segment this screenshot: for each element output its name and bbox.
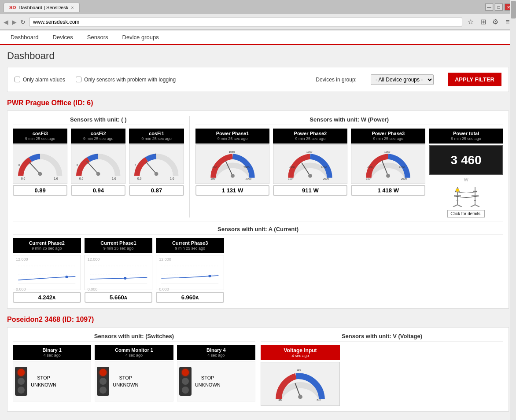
power-phase1-card: Power Phase1 9 min 25 sec ago — [195, 129, 270, 217]
power-phase2-time: 9 min 25 sec ago — [276, 136, 345, 142]
nav-sensors[interactable]: Sensors — [80, 30, 115, 44]
pwr-section: PWR Prague Office (ID: 6) Sensors with u… — [7, 99, 509, 309]
cosfi1-gauge: -0.6 1.6 1 0 — [129, 144, 184, 184]
browser-tab[interactable]: SD Dashboard | SensDesk × — [4, 3, 80, 12]
app-nav: Dashboard Devices Sensors Device groups — [0, 30, 516, 45]
binary4-green-light — [182, 387, 189, 394]
poseidon-switches: Sensors with unit: (Switches) Binary 1 4… — [13, 333, 255, 406]
only-problem-label: Only sensors with problem with logging — [84, 77, 176, 83]
svg-text:2860: 2860 — [399, 166, 405, 169]
extensions-icon[interactable]: ⊞ — [478, 17, 488, 27]
svg-text:60: 60 — [317, 398, 321, 402]
tab-close-icon[interactable]: × — [71, 5, 74, 10]
svg-line-54 — [457, 205, 462, 207]
unit2-title: Sensors with unit: W (Power) — [195, 116, 503, 125]
binary4-traffic: STOP UNKNOWN — [179, 367, 253, 396]
power-phase3-gauge-svg: 100 1060 2000 -560 2860 — [351, 145, 425, 184]
comm-monitor1-red-light — [100, 369, 107, 376]
binary4-light — [179, 367, 192, 396]
comm-monitor1-green-light — [100, 387, 107, 394]
tab-title: Dashboard | SensDesk — [18, 5, 68, 10]
current-phase3-label: Current Phase3 9 min 25 sec ago — [156, 238, 224, 253]
power-phase3-name: Power Phase3 — [354, 130, 423, 136]
scrollbar[interactable] — [510, 0, 516, 420]
unit2-cards: Power Phase1 9 min 25 sec ago — [195, 129, 503, 217]
power-tower-icon — [449, 185, 484, 207]
cosfi2-gauge: -0.6 1.6 1 0 — [71, 144, 125, 184]
bookmark-icon[interactable]: ☆ — [466, 17, 475, 27]
binary1-display: STOP UNKNOWN — [13, 361, 91, 402]
address-bar[interactable] — [29, 18, 462, 26]
svg-text:2860: 2860 — [321, 166, 328, 169]
forward-button[interactable]: ▶ — [12, 18, 17, 26]
svg-text:0: 0 — [77, 163, 78, 166]
power-total-name: Power total — [431, 130, 501, 136]
svg-text:1.6: 1.6 — [54, 177, 58, 180]
pwr-sensors-panel: Sensors with unit: ( ) cosFi3 9 min 25 s… — [7, 111, 509, 309]
switches-cards: Binary 1 4 sec ago — [13, 345, 255, 402]
power-phase1-value: 1 131 W — [195, 185, 270, 196]
nav-dashboard[interactable]: Dashboard — [4, 30, 46, 44]
cosfi1-value: 0.87 — [129, 185, 184, 196]
back-button[interactable]: ◀ — [4, 18, 8, 26]
nav-device-groups[interactable]: Device groups — [115, 30, 166, 44]
current-phase3-time: 9 min 25 sec ago — [158, 246, 221, 251]
svg-text:1: 1 — [96, 152, 98, 155]
cosfi3-time: 9 min 25 sec ago — [15, 136, 65, 142]
svg-line-53 — [453, 205, 457, 207]
voltage-input-time: 4 sec ago — [263, 354, 338, 358]
nav-devices[interactable]: Devices — [46, 30, 80, 44]
scrollbar-thumb[interactable] — [511, 1, 516, 18]
svg-text:1060: 1060 — [306, 150, 313, 153]
cosfi2-label: cosFi2 9 min 25 sec ago — [71, 129, 125, 144]
svg-text:-0.6: -0.6 — [78, 177, 84, 180]
svg-point-23 — [231, 174, 235, 178]
window-controls: — □ ✕ — [485, 4, 512, 11]
tab-favicon: SD — [9, 5, 16, 10]
settings-icon[interactable]: ⚙ — [490, 17, 500, 27]
reload-button[interactable]: ↻ — [20, 18, 26, 26]
current-phase3-name: Current Phase3 — [158, 240, 221, 246]
current-phase3-max: 12.000 — [158, 257, 222, 262]
cosfi2-gauge-svg: -0.6 1.6 1 0 — [71, 145, 125, 184]
voltage-sensor-card: Voltage input 4 sec ago — [261, 345, 340, 406]
power-phase2-value: 911 W — [273, 185, 347, 196]
only-alarm-filter[interactable]: Only alarm values — [15, 77, 65, 83]
current-phase2-min: 0.000 — [15, 287, 79, 291]
current-phase2-name: Current Phase2 — [15, 240, 78, 246]
binary4-red-light — [182, 369, 189, 376]
title-bar: SD Dashboard | SensDesk × — □ ✕ — [0, 0, 516, 14]
cosfi1-label: cosFi1 9 min 25 sec ago — [129, 129, 184, 144]
power-phase1-gauge-svg: 100 1060 2000 -560 2860 — [196, 145, 269, 184]
power-total-time: 9 min 25 sec ago — [431, 136, 501, 142]
svg-text:100: 100 — [288, 177, 293, 180]
svg-text:-560: -560 — [367, 166, 373, 169]
svg-text:2000: 2000 — [323, 177, 329, 180]
current-phase1-time: 9 min 25 sec ago — [87, 246, 150, 251]
minimize-button[interactable]: — — [485, 4, 493, 11]
svg-text:1060: 1060 — [229, 150, 235, 153]
binary1-light — [15, 367, 27, 396]
power-phase2-gauge: 100 1060 2000 -560 2860 — [273, 144, 347, 184]
poseidon-section-title: Poseidon2 3468 (ID: 1097) — [7, 316, 509, 324]
maximize-button[interactable]: □ — [495, 4, 503, 11]
current-phase2-chart-svg — [15, 262, 79, 286]
svg-text:48: 48 — [297, 368, 301, 372]
power-phase1-label: Power Phase1 9 min 25 sec ago — [195, 129, 270, 144]
svg-point-75 — [298, 394, 302, 399]
binary4-card: Binary 4 4 sec ago — [177, 345, 255, 402]
current-phase3-chart: 12.000 0.000 — [156, 255, 224, 290]
svg-line-56 — [475, 205, 479, 207]
current-phase1-label: Current Phase1 9 min 25 sec ago — [85, 238, 153, 253]
current-phase2-value: 4.242A — [13, 292, 81, 303]
only-problem-filter[interactable]: Only sensors with problem with logging — [76, 77, 176, 83]
power-total-unit: W — [429, 177, 503, 182]
only-alarm-checkbox[interactable] — [15, 77, 20, 82]
click-details-button[interactable]: Click for details. — [447, 210, 485, 217]
binary1-green-light — [18, 387, 25, 394]
only-problem-checkbox[interactable] — [76, 77, 81, 82]
svg-text:-0.6: -0.6 — [20, 177, 25, 180]
apply-filter-button[interactable]: APPLY FILTER — [448, 73, 501, 86]
group-select[interactable]: - All Device groups - Group 1 Group 2 — [371, 74, 434, 85]
cosfi3-gauge-svg: -0.6 1.6 1 0 — [13, 145, 67, 184]
